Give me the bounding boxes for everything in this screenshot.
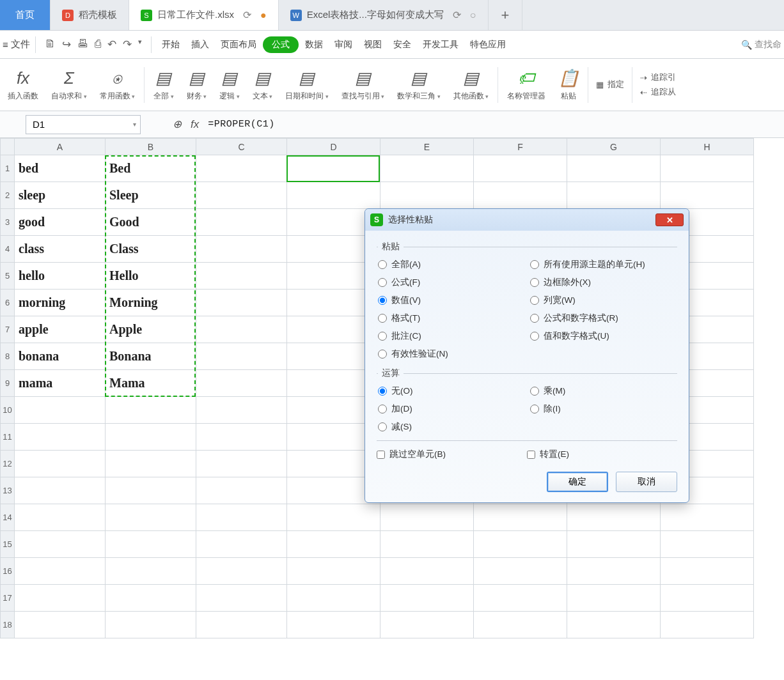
opt-values[interactable]: 数值(V) [378, 295, 524, 306]
cell[interactable] [474, 612, 567, 638]
cell[interactable] [106, 424, 196, 451]
print-icon[interactable]: 🖶 [77, 38, 88, 51]
ribbon-datetime[interactable]: ▤日期和时间 [279, 59, 335, 111]
cell[interactable] [196, 263, 287, 290]
cell[interactable] [287, 585, 380, 612]
ribbon-name-manager[interactable]: 🏷名称管理器 [501, 59, 552, 111]
undo-icon[interactable]: ↶ [107, 38, 116, 51]
cell[interactable] [474, 585, 567, 612]
row-header[interactable]: 17 [1, 585, 15, 612]
cell[interactable] [196, 477, 287, 504]
tab-refresh-icon[interactable]: ⟳ [243, 9, 251, 21]
ribbon-trace-dep[interactable]: ⇠追踪从 [640, 87, 676, 98]
formula-input[interactable]: =PROPER(C1) [208, 119, 275, 130]
menu-review[interactable]: 审阅 [329, 35, 357, 54]
cell[interactable] [567, 155, 661, 182]
row-header[interactable]: 15 [1, 531, 15, 558]
select-all[interactable] [1, 139, 15, 155]
menu-devtools[interactable]: 开发工具 [418, 35, 464, 54]
cell[interactable] [106, 477, 196, 504]
col-header[interactable]: C [196, 139, 287, 155]
cell[interactable] [380, 531, 474, 558]
ribbon-all[interactable]: ▤全部 [147, 59, 180, 111]
ribbon-insert-fx[interactable]: fx插入函数 [1, 59, 45, 111]
ribbon-trace-prec[interactable]: ⇢追踪引 [640, 72, 676, 83]
opt-value-numfmt[interactable]: 值和数字格式(U) [530, 330, 676, 342]
cell[interactable] [106, 531, 196, 558]
row-header[interactable]: 14 [1, 504, 15, 531]
cell[interactable] [106, 585, 196, 612]
cell[interactable] [196, 182, 287, 209]
ribbon-math[interactable]: ▤数学和三角 [391, 59, 447, 111]
cell[interactable]: bonana [15, 343, 106, 370]
ok-button[interactable]: 确定 [547, 472, 608, 492]
chk-transpose[interactable]: 转置(E) [527, 449, 677, 460]
ribbon-autosum[interactable]: Σ自动求和 [45, 59, 93, 111]
menu-insert[interactable]: 插入 [186, 35, 214, 54]
tab-refresh-icon[interactable]: ⟳ [453, 9, 461, 21]
cell[interactable] [196, 343, 287, 370]
cell[interactable] [380, 612, 474, 638]
zoom-icon[interactable]: ⊕ [173, 118, 182, 131]
menu-special[interactable]: 特色应用 [465, 35, 511, 54]
fx-icon[interactable]: fx [191, 118, 199, 131]
opt-noborder[interactable]: 边框除外(X) [530, 277, 676, 288]
col-header[interactable]: D [287, 139, 380, 155]
cell[interactable] [15, 424, 106, 451]
menu-formula[interactable]: 公式 [263, 36, 299, 53]
cell[interactable]: apple [15, 316, 106, 343]
ribbon-paste[interactable]: 📋粘贴 [552, 59, 585, 111]
cell[interactable] [567, 558, 661, 585]
cell[interactable] [474, 182, 567, 209]
row-header[interactable]: 16 [1, 558, 15, 585]
cell[interactable] [661, 531, 754, 558]
row-header[interactable]: 5 [1, 263, 15, 290]
cell[interactable] [15, 531, 106, 558]
cell[interactable] [661, 558, 754, 585]
opt-formula[interactable]: 公式(F) [378, 277, 524, 288]
cell[interactable] [106, 558, 196, 585]
opt-comments[interactable]: 批注(C) [378, 330, 524, 342]
cell[interactable]: Bonana [106, 343, 196, 370]
share-icon[interactable]: ↪ [62, 38, 71, 51]
cell[interactable] [661, 182, 754, 209]
name-box[interactable]: D1 ▾ [26, 115, 141, 134]
ribbon-logic[interactable]: ▤逻辑 [213, 59, 246, 111]
row-header[interactable]: 7 [1, 316, 15, 343]
tab-template[interactable]: D 稻壳模板 [51, 0, 129, 30]
cell[interactable] [661, 504, 754, 531]
op-sub[interactable]: 减(S) [378, 421, 524, 433]
menu-data[interactable]: 数据 [300, 35, 328, 54]
cancel-button[interactable]: 取消 [616, 472, 677, 492]
cell[interactable]: class [15, 236, 106, 263]
cell[interactable] [567, 531, 661, 558]
row-header[interactable]: 3 [1, 209, 15, 236]
cell[interactable] [287, 182, 380, 209]
cell[interactable] [196, 612, 287, 638]
cell[interactable] [287, 155, 380, 182]
cell[interactable] [661, 155, 754, 182]
cell[interactable] [196, 209, 287, 236]
cell[interactable]: Apple [106, 316, 196, 343]
cell[interactable] [196, 236, 287, 263]
chk-skip-blanks[interactable]: 跳过空单元(B) [377, 449, 527, 460]
row-header[interactable]: 11 [1, 424, 15, 451]
cell[interactable]: Sleep [106, 182, 196, 209]
cell[interactable] [474, 155, 567, 182]
opt-validation[interactable]: 有效性验证(N) [378, 348, 524, 360]
op-none[interactable]: 无(O) [378, 385, 524, 397]
preview-icon[interactable]: ⎙ [95, 38, 101, 51]
dialog-titlebar[interactable]: S 选择性粘贴 ✕ [365, 209, 689, 231]
cell[interactable] [15, 612, 106, 638]
cell[interactable] [15, 558, 106, 585]
opt-theme[interactable]: 所有使用源主题的单元(H) [530, 259, 676, 270]
cell[interactable] [474, 558, 567, 585]
close-button[interactable]: ✕ [655, 213, 684, 226]
cell[interactable]: Bed [106, 155, 196, 182]
cell[interactable]: bed [15, 155, 106, 182]
search-box[interactable]: 🔍查找命 [741, 39, 781, 50]
redo-icon[interactable]: ↷ [123, 38, 132, 51]
opt-formula-numfmt[interactable]: 公式和数字格式(R) [530, 313, 676, 324]
row-header[interactable]: 1 [1, 155, 15, 182]
opt-all[interactable]: 全部(A) [378, 259, 524, 270]
